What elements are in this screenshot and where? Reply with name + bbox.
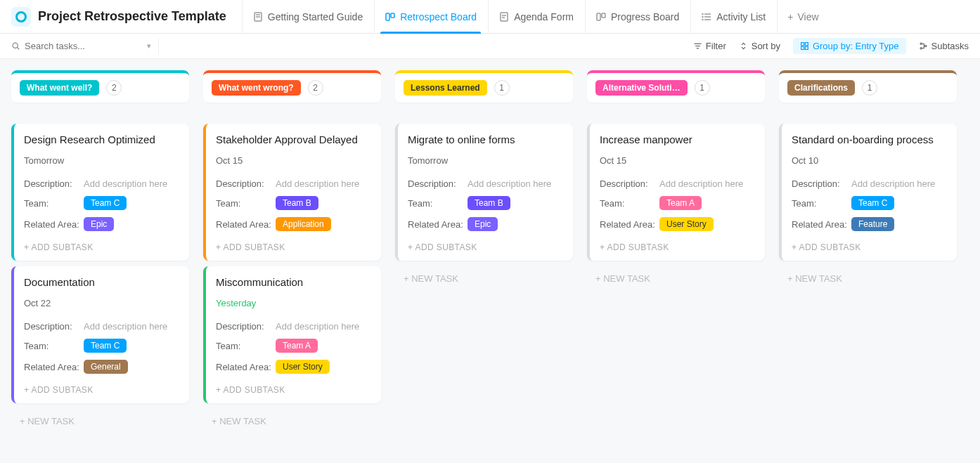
form-icon bbox=[498, 11, 510, 22]
column: Clarifications1Standard on-boarding proc… bbox=[779, 70, 957, 452]
area-tag: Epic bbox=[468, 217, 498, 231]
card-title: Increase manpower bbox=[600, 133, 755, 145]
field-team[interactable]: Team:Team C bbox=[24, 339, 179, 353]
header: Project Retrospective Template Getting S… bbox=[0, 0, 980, 34]
new-task-button[interactable]: + NEW TASK bbox=[395, 266, 573, 291]
filter-button[interactable]: Filter bbox=[693, 41, 726, 51]
field-related-area[interactable]: Related Area:Application bbox=[216, 217, 371, 231]
tab-agenda-form[interactable]: Agenda Form bbox=[488, 0, 584, 34]
new-task-button[interactable]: + NEW TASK bbox=[587, 266, 765, 291]
field-description[interactable]: Description:Add description here bbox=[600, 178, 755, 189]
sortby-button[interactable]: Sort by bbox=[739, 41, 780, 51]
new-task-button[interactable]: + NEW TASK bbox=[203, 409, 381, 433]
add-subtask-button[interactable]: + ADD SUBTASK bbox=[216, 381, 371, 396]
field-description[interactable]: Description:Add description here bbox=[216, 321, 371, 332]
field-label: Description: bbox=[216, 178, 276, 189]
field-related-area[interactable]: Related Area:Epic bbox=[24, 217, 179, 231]
search-icon bbox=[11, 41, 20, 51]
field-label: Related Area: bbox=[792, 219, 851, 230]
subtasks-label: Subtasks bbox=[931, 41, 969, 51]
new-task-button[interactable]: + NEW TASK bbox=[11, 409, 189, 433]
field-related-area[interactable]: Related Area:User Story bbox=[216, 360, 371, 374]
svg-line-17 bbox=[18, 47, 20, 49]
card-date: Yesterday bbox=[216, 298, 371, 308]
column-count: 1 bbox=[494, 80, 510, 96]
description-placeholder: Add description here bbox=[84, 178, 167, 189]
column-header[interactable]: Lessons Learned1 bbox=[395, 70, 573, 103]
field-description[interactable]: Description:Add description here bbox=[408, 178, 563, 189]
task-card[interactable]: Standard on-boarding processOct 10Descri… bbox=[779, 124, 957, 261]
field-description[interactable]: Description:Add description here bbox=[24, 321, 179, 332]
task-card[interactable]: Increase manpowerOct 15Description:Add d… bbox=[587, 124, 765, 261]
add-subtask-button[interactable]: + ADD SUBTASK bbox=[216, 238, 371, 254]
column-header[interactable]: What went well?2 bbox=[11, 70, 189, 103]
svg-point-13 bbox=[702, 13, 703, 14]
field-description[interactable]: Description:Add description here bbox=[216, 178, 371, 189]
field-label: Description: bbox=[792, 178, 851, 189]
column-header[interactable]: What went wrong?2 bbox=[203, 70, 381, 103]
card-title: Standard on-boarding process bbox=[792, 133, 947, 145]
description-placeholder: Add description here bbox=[276, 321, 359, 332]
tab-label: Getting Started Guide bbox=[268, 11, 363, 22]
column-header[interactable]: Clarifications1 bbox=[779, 70, 957, 103]
field-related-area[interactable]: Related Area:General bbox=[24, 360, 179, 374]
field-team[interactable]: Team:Team C bbox=[24, 196, 179, 210]
field-label: Description: bbox=[600, 178, 659, 189]
add-view-button[interactable]: + View bbox=[777, 0, 828, 34]
task-card[interactable]: Migrate to online formsTomorrowDescripti… bbox=[395, 124, 573, 261]
tab-label: Progress Board bbox=[611, 11, 679, 22]
column: What went well?2Design Research Optimize… bbox=[11, 70, 189, 452]
tab-progress-board[interactable]: Progress Board bbox=[585, 0, 689, 34]
field-team[interactable]: Team:Team B bbox=[216, 196, 371, 210]
chevron-down-icon[interactable]: ▾ bbox=[147, 41, 151, 51]
field-label: Team: bbox=[216, 198, 276, 209]
svg-rect-22 bbox=[805, 43, 808, 46]
tab-activity-list[interactable]: Activity List bbox=[690, 0, 775, 34]
field-related-area[interactable]: Related Area:Feature bbox=[792, 217, 947, 231]
plus-icon: + bbox=[787, 11, 793, 22]
subtasks-button[interactable]: Subtasks bbox=[919, 41, 969, 51]
field-related-area[interactable]: Related Area:User Story bbox=[600, 217, 755, 231]
card-date: Oct 22 bbox=[24, 298, 179, 308]
board: What went well?2Design Research Optimize… bbox=[0, 59, 980, 463]
add-subtask-button[interactable]: + ADD SUBTASK bbox=[24, 238, 179, 254]
task-card[interactable]: Stakeholder Approval DelayedOct 15Descri… bbox=[203, 124, 381, 261]
search-input[interactable] bbox=[25, 41, 143, 51]
subtask-icon bbox=[919, 41, 928, 51]
svg-point-25 bbox=[920, 43, 922, 44]
team-tag: Team C bbox=[851, 196, 894, 210]
field-team[interactable]: Team:Team A bbox=[600, 196, 755, 210]
groupby-button[interactable]: Group by: Entry Type bbox=[793, 38, 906, 54]
field-label: Related Area: bbox=[600, 219, 659, 230]
card-title: Design Research Optimized bbox=[24, 133, 179, 145]
column-pill: What went wrong? bbox=[212, 80, 301, 96]
tab-retrospect-board[interactable]: Retrospect Board bbox=[374, 0, 486, 34]
task-card[interactable]: DocumentationOct 22Description:Add descr… bbox=[11, 266, 189, 403]
field-related-area[interactable]: Related Area:Epic bbox=[408, 217, 563, 231]
task-card[interactable]: MiscommunicationYesterdayDescription:Add… bbox=[203, 266, 381, 403]
column-pill: Clarifications bbox=[787, 80, 855, 96]
sort-icon bbox=[739, 41, 748, 51]
field-description[interactable]: Description:Add description here bbox=[24, 178, 179, 189]
add-subtask-button[interactable]: + ADD SUBTASK bbox=[24, 381, 179, 396]
svg-rect-9 bbox=[602, 13, 605, 18]
new-task-button[interactable]: + NEW TASK bbox=[779, 266, 957, 291]
column-header[interactable]: Alternative Soluti…1 bbox=[587, 70, 765, 103]
field-description[interactable]: Description:Add description here bbox=[792, 178, 947, 189]
add-subtask-button[interactable]: + ADD SUBTASK bbox=[600, 238, 755, 254]
add-subtask-button[interactable]: + ADD SUBTASK bbox=[408, 238, 563, 254]
field-team[interactable]: Team:Team A bbox=[216, 339, 371, 353]
card-title: Migrate to online forms bbox=[408, 133, 563, 145]
field-label: Description: bbox=[408, 178, 468, 189]
card-date: Tomorrow bbox=[408, 155, 563, 166]
field-team[interactable]: Team:Team C bbox=[792, 196, 947, 210]
column-count: 1 bbox=[695, 80, 710, 96]
field-label: Team: bbox=[600, 198, 659, 209]
field-team[interactable]: Team:Team B bbox=[408, 196, 563, 210]
task-card[interactable]: Design Research OptimizedTomorrowDescrip… bbox=[11, 124, 189, 261]
description-placeholder: Add description here bbox=[276, 178, 359, 189]
tab-getting-started[interactable]: Getting Started Guide bbox=[242, 0, 373, 34]
field-label: Related Area: bbox=[216, 362, 276, 372]
add-subtask-button[interactable]: + ADD SUBTASK bbox=[792, 238, 947, 254]
column-pill: What went well? bbox=[20, 80, 99, 96]
